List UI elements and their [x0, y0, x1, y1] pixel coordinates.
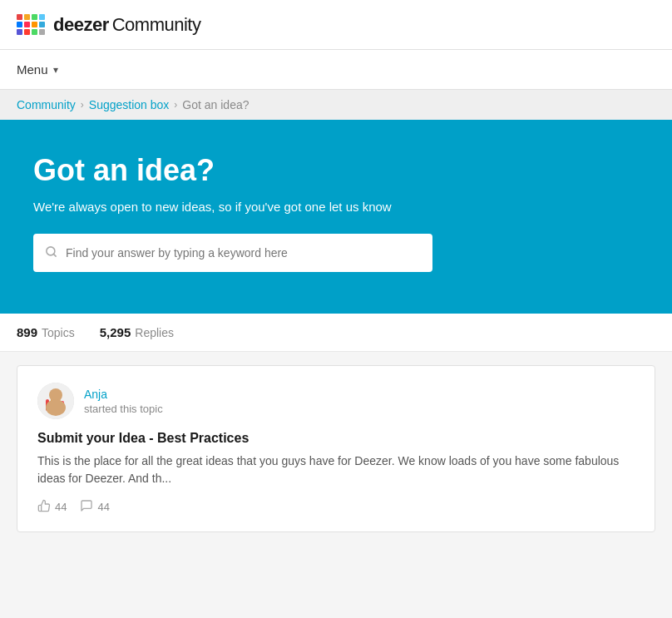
topic-meta: Anja started this topic [84, 388, 163, 415]
breadcrumb-current: Got an idea? [182, 98, 249, 111]
site-header: deezer Community [0, 0, 672, 50]
topic-author[interactable]: Anja [84, 388, 163, 401]
search-input[interactable] [66, 246, 421, 260]
logo-community-text: Community [112, 14, 201, 36]
svg-point-8 [46, 399, 66, 416]
avatar-inner [37, 383, 74, 419]
topic-started-text: started this topic [84, 403, 163, 415]
breadcrumb-separator-1: › [81, 99, 84, 111]
breadcrumb-separator-2: › [174, 99, 177, 111]
replies-count: 5,295 [100, 325, 131, 339]
breadcrumb: Community › Suggestion box › Got an idea… [0, 90, 672, 120]
topics-count: 899 [17, 325, 37, 339]
avatar [37, 383, 74, 419]
comment-icon [80, 499, 93, 515]
hero-title: Got an idea? [33, 153, 639, 188]
comments-action[interactable]: 44 [80, 499, 109, 515]
search-box[interactable] [33, 234, 432, 272]
thumbs-up-icon [37, 499, 51, 515]
navbar: Menu ▾ [0, 50, 672, 90]
replies-label: Replies [135, 326, 174, 339]
replies-stat: 5,295 Replies [100, 325, 174, 339]
menu-label: Menu [17, 62, 48, 77]
comments-count: 44 [97, 501, 109, 513]
hero-subtitle: We're always open to new ideas, so if yo… [33, 200, 639, 214]
search-icon [45, 245, 57, 260]
topic-excerpt: This is the place for all the great idea… [37, 452, 635, 487]
breadcrumb-suggestion-box-link[interactable]: Suggestion box [89, 98, 170, 111]
chevron-down-icon: ▾ [53, 64, 58, 76]
likes-action[interactable]: 44 [37, 499, 67, 515]
topics-stat: 899 Topics [17, 325, 75, 339]
stats-bar: 899 Topics 5,295 Replies [0, 314, 672, 352]
menu-button[interactable]: Menu ▾ [17, 62, 58, 77]
hero-section: Got an idea? We're always open to new id… [0, 120, 672, 314]
breadcrumb-community-link[interactable]: Community [17, 98, 76, 111]
logo-deezer-text: deezer [53, 14, 109, 36]
topic-card: Anja started this topic Submit your Idea… [17, 365, 655, 532]
logo[interactable]: deezer Community [17, 14, 200, 36]
topics-container: Anja started this topic Submit your Idea… [0, 352, 672, 546]
likes-count: 44 [55, 501, 67, 513]
topic-actions: 44 44 [37, 499, 635, 515]
topics-label: Topics [42, 326, 75, 339]
topic-header: Anja started this topic [37, 383, 635, 419]
topic-title[interactable]: Submit your Idea - Best Practices [37, 431, 635, 446]
logo-grid-icon [17, 14, 45, 35]
svg-line-1 [53, 254, 56, 256]
